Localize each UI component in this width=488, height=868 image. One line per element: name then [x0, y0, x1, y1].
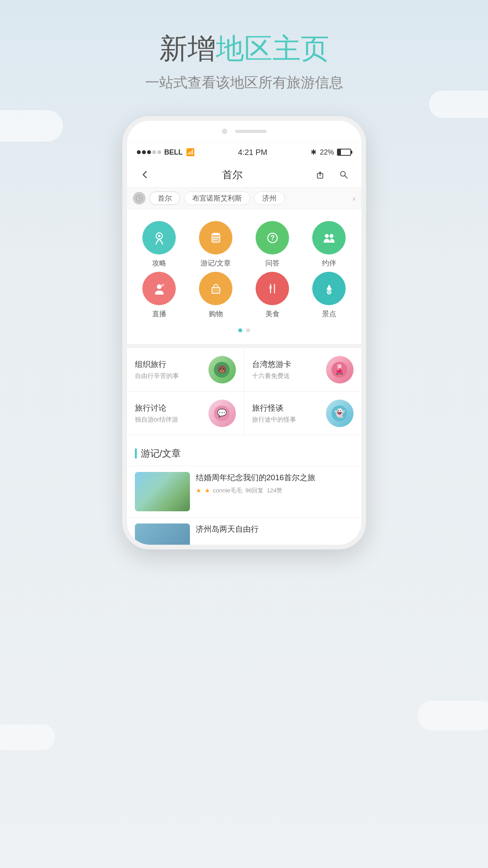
- articles-section: 游记/文章 结婚周年纪念我们的2016首尔之旅 ★ ★ connie毛毛 96回…: [127, 439, 361, 545]
- wifi-icon: 📶: [186, 148, 195, 157]
- icon-companion[interactable]: 约伴: [303, 221, 355, 268]
- icon-label-live: 直播: [152, 309, 166, 319]
- tab-chevron-right[interactable]: ›: [353, 194, 355, 203]
- card-subtitle-ghost: 旅行途中的怪事: [252, 416, 326, 424]
- article-title-1: 结婚周年纪念我们的2016首尔之旅: [196, 472, 354, 483]
- card-image-taiwan: 送 🌺: [326, 356, 354, 383]
- status-time: 4:21 PM: [238, 148, 267, 157]
- svg-point-22: [327, 290, 331, 294]
- card-travel-ghost[interactable]: 旅行怪谈 旅行途中的怪事 👻: [244, 392, 361, 435]
- status-right: ✱ 22%: [311, 148, 351, 157]
- share-button[interactable]: [312, 167, 328, 182]
- icon-label-articles: 游记/文章: [201, 258, 231, 268]
- card-title-ghost: 旅行怪谈: [252, 403, 326, 413]
- tab-jeju[interactable]: 济州: [254, 192, 285, 205]
- signal-dots: [137, 150, 161, 154]
- svg-rect-17: [212, 287, 220, 293]
- phone-top-bar: [127, 121, 361, 142]
- svg-text:?: ?: [270, 234, 274, 242]
- signal-dot-2: [142, 150, 146, 154]
- icon-food[interactable]: 美食: [246, 272, 299, 319]
- back-button[interactable]: [137, 167, 153, 182]
- article-replies-1: 96回复: [245, 487, 264, 494]
- svg-point-2: [341, 171, 345, 176]
- cards-grid: 组织旅行 自由行辛苦的事 🐻 台湾悠游卡 十六番免费送: [127, 348, 361, 435]
- battery-indicator: [337, 149, 351, 156]
- icon-circle-qa: ?: [256, 221, 289, 254]
- icons-grid: 攻略 游记/文章: [131, 217, 357, 323]
- bluetooth-icon: ✱: [311, 148, 317, 157]
- article-likes-1: 124赞: [267, 487, 282, 494]
- svg-text:💬: 💬: [217, 408, 227, 418]
- svg-point-15: [157, 284, 162, 289]
- icon-label-shopping: 购物: [209, 309, 223, 319]
- nav-right-icons: [312, 167, 352, 182]
- svg-text:👻: 👻: [334, 408, 345, 418]
- article-content-1: 结婚周年纪念我们的2016首尔之旅 ★ ★ connie毛毛 96回复 124赞: [196, 472, 354, 511]
- history-icon[interactable]: [133, 192, 145, 205]
- svg-rect-8: [213, 233, 219, 235]
- card-subtitle-organize: 自由行辛苦的事: [135, 372, 208, 380]
- articles-header: 游记/文章: [127, 439, 361, 466]
- icon-qa[interactable]: ? 问答: [246, 221, 299, 268]
- article-meta-1: ★ ★ connie毛毛 96回复 124赞: [196, 487, 354, 494]
- article-landscape-img: [135, 472, 190, 511]
- icon-live[interactable]: 直播: [133, 272, 186, 319]
- card-title-taiwan: 台湾悠游卡: [252, 359, 326, 370]
- article-title-2: 济州岛两天自由行: [196, 523, 354, 534]
- icon-circle-companion: [312, 221, 346, 254]
- status-left: BELL 📶: [137, 148, 195, 157]
- tab-seoul[interactable]: 首尔: [149, 192, 180, 205]
- article-item-1[interactable]: 结婚周年纪念我们的2016首尔之旅 ★ ★ connie毛毛 96回复 124赞: [127, 466, 361, 517]
- cards-section: 组织旅行 自由行辛苦的事 🐻 台湾悠游卡 十六番免费送: [127, 348, 361, 435]
- page-dot-1: [238, 328, 242, 332]
- phone-speaker: [235, 130, 267, 133]
- svg-line-3: [345, 176, 347, 178]
- header-subtitle: 一站式查看该地区所有旅游信息: [0, 73, 488, 92]
- icon-label-attractions: 景点: [322, 309, 336, 319]
- card-subtitle-discussion: 独自游or结伴游: [135, 416, 208, 424]
- article-item-2[interactable]: 济州岛两天自由行: [127, 517, 361, 545]
- star-icon-1: ★: [196, 487, 201, 494]
- card-image-organize: 🐻: [208, 356, 236, 383]
- card-taiwan-card[interactable]: 台湾悠游卡 十六番免费送 送 🌺: [244, 348, 361, 392]
- articles-section-title: 游记/文章: [141, 447, 181, 460]
- header-section: 新增地区主页 一站式查看该地区所有旅游信息: [0, 0, 488, 116]
- section-divider-1: [127, 344, 361, 348]
- card-title-organize: 组织旅行: [135, 359, 208, 370]
- icon-articles[interactable]: 游记/文章: [190, 221, 242, 268]
- svg-point-20: [269, 286, 272, 289]
- svg-point-14: [330, 234, 333, 238]
- card-text-organize: 组织旅行 自由行辛苦的事: [135, 359, 208, 380]
- phone-frame: BELL 📶 4:21 PM ✱ 22% 首尔: [122, 116, 366, 549]
- icon-circle-live: [142, 272, 176, 305]
- icon-circle-attractions: [312, 272, 346, 305]
- card-text-discussion: 旅行讨论 独自游or结伴游: [135, 403, 208, 424]
- signal-dot-4: [152, 150, 156, 154]
- page-title: 首尔: [222, 168, 243, 182]
- card-image-ghost: 👻: [326, 400, 354, 427]
- status-bar: BELL 📶 4:21 PM ✱ 22%: [127, 142, 361, 162]
- icons-section: 攻略 游记/文章: [127, 209, 361, 344]
- card-travel-discussion[interactable]: 旅行讨论 独自游or结伴游 💬: [127, 392, 244, 435]
- icon-attractions[interactable]: 景点: [303, 272, 355, 319]
- icon-label-food: 美食: [265, 309, 280, 319]
- phone-mockup: BELL 📶 4:21 PM ✱ 22% 首尔: [0, 116, 488, 549]
- header-title-part1: 新增: [159, 33, 216, 64]
- icon-circle-articles: [199, 221, 232, 254]
- header-title: 新增地区主页: [0, 31, 488, 65]
- svg-point-6: [158, 235, 160, 237]
- icon-label-guides: 攻略: [152, 258, 166, 268]
- battery-bar: [337, 149, 351, 156]
- icon-guides[interactable]: 攻略: [133, 221, 186, 268]
- card-organize-trip[interactable]: 组织旅行 自由行辛苦的事 🐻: [127, 348, 244, 392]
- search-button[interactable]: [336, 167, 352, 182]
- page-dot-2: [246, 328, 250, 332]
- phone-camera: [222, 129, 227, 134]
- icon-shopping[interactable]: 购物: [190, 272, 242, 319]
- battery-fill: [338, 149, 341, 155]
- signal-dot-3: [147, 150, 151, 154]
- article-image-2: [135, 523, 190, 545]
- tab-buenosaires[interactable]: 布宜诺斯艾利斯: [184, 192, 250, 205]
- svg-text:🐻: 🐻: [217, 365, 227, 374]
